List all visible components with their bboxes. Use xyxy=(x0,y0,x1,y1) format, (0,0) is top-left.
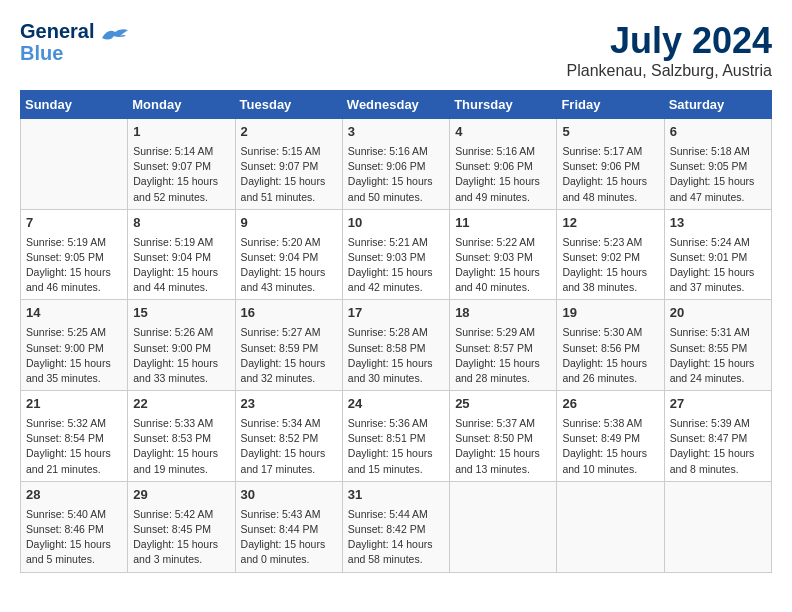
day-number: 7 xyxy=(26,214,122,233)
calendar-cell: 15Sunrise: 5:26 AMSunset: 9:00 PMDayligh… xyxy=(128,300,235,391)
calendar-cell: 24Sunrise: 5:36 AMSunset: 8:51 PMDayligh… xyxy=(342,391,449,482)
page-header: General Blue July 2024 Plankenau, Salzbu… xyxy=(20,20,772,80)
calendar-cell: 28Sunrise: 5:40 AMSunset: 8:46 PMDayligh… xyxy=(21,481,128,572)
calendar-table: SundayMondayTuesdayWednesdayThursdayFrid… xyxy=(20,90,772,573)
calendar-week-row: 7Sunrise: 5:19 AMSunset: 9:05 PMDaylight… xyxy=(21,209,772,300)
calendar-cell: 21Sunrise: 5:32 AMSunset: 8:54 PMDayligh… xyxy=(21,391,128,482)
day-number: 10 xyxy=(348,214,444,233)
day-number: 9 xyxy=(241,214,337,233)
cell-content: Sunrise: 5:29 AMSunset: 8:57 PMDaylight:… xyxy=(455,325,551,386)
day-number: 31 xyxy=(348,486,444,505)
calendar-cell: 14Sunrise: 5:25 AMSunset: 9:00 PMDayligh… xyxy=(21,300,128,391)
calendar-cell: 29Sunrise: 5:42 AMSunset: 8:45 PMDayligh… xyxy=(128,481,235,572)
day-number: 25 xyxy=(455,395,551,414)
calendar-week-row: 28Sunrise: 5:40 AMSunset: 8:46 PMDayligh… xyxy=(21,481,772,572)
calendar-cell: 19Sunrise: 5:30 AMSunset: 8:56 PMDayligh… xyxy=(557,300,664,391)
day-number: 5 xyxy=(562,123,658,142)
cell-content: Sunrise: 5:42 AMSunset: 8:45 PMDaylight:… xyxy=(133,507,229,568)
calendar-cell: 9Sunrise: 5:20 AMSunset: 9:04 PMDaylight… xyxy=(235,209,342,300)
calendar-cell xyxy=(557,481,664,572)
cell-content: Sunrise: 5:38 AMSunset: 8:49 PMDaylight:… xyxy=(562,416,658,477)
day-number: 2 xyxy=(241,123,337,142)
calendar-cell: 11Sunrise: 5:22 AMSunset: 9:03 PMDayligh… xyxy=(450,209,557,300)
cell-content: Sunrise: 5:16 AMSunset: 9:06 PMDaylight:… xyxy=(455,144,551,205)
month-title: July 2024 xyxy=(567,20,772,62)
day-number: 12 xyxy=(562,214,658,233)
column-header-saturday: Saturday xyxy=(664,91,771,119)
cell-content: Sunrise: 5:22 AMSunset: 9:03 PMDaylight:… xyxy=(455,235,551,296)
calendar-week-row: 14Sunrise: 5:25 AMSunset: 9:00 PMDayligh… xyxy=(21,300,772,391)
calendar-week-row: 21Sunrise: 5:32 AMSunset: 8:54 PMDayligh… xyxy=(21,391,772,482)
calendar-cell: 20Sunrise: 5:31 AMSunset: 8:55 PMDayligh… xyxy=(664,300,771,391)
calendar-cell: 22Sunrise: 5:33 AMSunset: 8:53 PMDayligh… xyxy=(128,391,235,482)
logo: General Blue xyxy=(20,20,130,64)
calendar-cell: 2Sunrise: 5:15 AMSunset: 9:07 PMDaylight… xyxy=(235,119,342,210)
column-header-thursday: Thursday xyxy=(450,91,557,119)
day-number: 22 xyxy=(133,395,229,414)
cell-content: Sunrise: 5:18 AMSunset: 9:05 PMDaylight:… xyxy=(670,144,766,205)
calendar-cell: 18Sunrise: 5:29 AMSunset: 8:57 PMDayligh… xyxy=(450,300,557,391)
cell-content: Sunrise: 5:37 AMSunset: 8:50 PMDaylight:… xyxy=(455,416,551,477)
calendar-cell: 27Sunrise: 5:39 AMSunset: 8:47 PMDayligh… xyxy=(664,391,771,482)
cell-content: Sunrise: 5:33 AMSunset: 8:53 PMDaylight:… xyxy=(133,416,229,477)
cell-content: Sunrise: 5:17 AMSunset: 9:06 PMDaylight:… xyxy=(562,144,658,205)
cell-content: Sunrise: 5:16 AMSunset: 9:06 PMDaylight:… xyxy=(348,144,444,205)
day-number: 6 xyxy=(670,123,766,142)
calendar-header-row: SundayMondayTuesdayWednesdayThursdayFrid… xyxy=(21,91,772,119)
day-number: 16 xyxy=(241,304,337,323)
cell-content: Sunrise: 5:32 AMSunset: 8:54 PMDaylight:… xyxy=(26,416,122,477)
calendar-cell: 10Sunrise: 5:21 AMSunset: 9:03 PMDayligh… xyxy=(342,209,449,300)
cell-content: Sunrise: 5:26 AMSunset: 9:00 PMDaylight:… xyxy=(133,325,229,386)
day-number: 1 xyxy=(133,123,229,142)
calendar-cell: 1Sunrise: 5:14 AMSunset: 9:07 PMDaylight… xyxy=(128,119,235,210)
column-header-monday: Monday xyxy=(128,91,235,119)
calendar-cell: 3Sunrise: 5:16 AMSunset: 9:06 PMDaylight… xyxy=(342,119,449,210)
day-number: 23 xyxy=(241,395,337,414)
column-header-tuesday: Tuesday xyxy=(235,91,342,119)
cell-content: Sunrise: 5:20 AMSunset: 9:04 PMDaylight:… xyxy=(241,235,337,296)
day-number: 14 xyxy=(26,304,122,323)
day-number: 26 xyxy=(562,395,658,414)
calendar-cell: 23Sunrise: 5:34 AMSunset: 8:52 PMDayligh… xyxy=(235,391,342,482)
day-number: 21 xyxy=(26,395,122,414)
day-number: 8 xyxy=(133,214,229,233)
cell-content: Sunrise: 5:36 AMSunset: 8:51 PMDaylight:… xyxy=(348,416,444,477)
calendar-cell xyxy=(664,481,771,572)
cell-content: Sunrise: 5:39 AMSunset: 8:47 PMDaylight:… xyxy=(670,416,766,477)
calendar-cell: 30Sunrise: 5:43 AMSunset: 8:44 PMDayligh… xyxy=(235,481,342,572)
calendar-cell: 12Sunrise: 5:23 AMSunset: 9:02 PMDayligh… xyxy=(557,209,664,300)
cell-content: Sunrise: 5:19 AMSunset: 9:05 PMDaylight:… xyxy=(26,235,122,296)
day-number: 18 xyxy=(455,304,551,323)
day-number: 27 xyxy=(670,395,766,414)
calendar-cell: 8Sunrise: 5:19 AMSunset: 9:04 PMDaylight… xyxy=(128,209,235,300)
calendar-cell: 25Sunrise: 5:37 AMSunset: 8:50 PMDayligh… xyxy=(450,391,557,482)
cell-content: Sunrise: 5:40 AMSunset: 8:46 PMDaylight:… xyxy=(26,507,122,568)
day-number: 4 xyxy=(455,123,551,142)
calendar-cell: 4Sunrise: 5:16 AMSunset: 9:06 PMDaylight… xyxy=(450,119,557,210)
day-number: 19 xyxy=(562,304,658,323)
cell-content: Sunrise: 5:34 AMSunset: 8:52 PMDaylight:… xyxy=(241,416,337,477)
day-number: 24 xyxy=(348,395,444,414)
cell-content: Sunrise: 5:15 AMSunset: 9:07 PMDaylight:… xyxy=(241,144,337,205)
logo-text: General Blue xyxy=(20,20,94,64)
cell-content: Sunrise: 5:25 AMSunset: 9:00 PMDaylight:… xyxy=(26,325,122,386)
cell-content: Sunrise: 5:24 AMSunset: 9:01 PMDaylight:… xyxy=(670,235,766,296)
column-header-wednesday: Wednesday xyxy=(342,91,449,119)
calendar-cell: 16Sunrise: 5:27 AMSunset: 8:59 PMDayligh… xyxy=(235,300,342,391)
cell-content: Sunrise: 5:44 AMSunset: 8:42 PMDaylight:… xyxy=(348,507,444,568)
cell-content: Sunrise: 5:27 AMSunset: 8:59 PMDaylight:… xyxy=(241,325,337,386)
cell-content: Sunrise: 5:23 AMSunset: 9:02 PMDaylight:… xyxy=(562,235,658,296)
day-number: 20 xyxy=(670,304,766,323)
calendar-cell xyxy=(450,481,557,572)
cell-content: Sunrise: 5:31 AMSunset: 8:55 PMDaylight:… xyxy=(670,325,766,386)
calendar-cell: 31Sunrise: 5:44 AMSunset: 8:42 PMDayligh… xyxy=(342,481,449,572)
cell-content: Sunrise: 5:14 AMSunset: 9:07 PMDaylight:… xyxy=(133,144,229,205)
calendar-cell: 13Sunrise: 5:24 AMSunset: 9:01 PMDayligh… xyxy=(664,209,771,300)
cell-content: Sunrise: 5:28 AMSunset: 8:58 PMDaylight:… xyxy=(348,325,444,386)
bird-icon xyxy=(100,26,130,50)
day-number: 13 xyxy=(670,214,766,233)
cell-content: Sunrise: 5:21 AMSunset: 9:03 PMDaylight:… xyxy=(348,235,444,296)
cell-content: Sunrise: 5:19 AMSunset: 9:04 PMDaylight:… xyxy=(133,235,229,296)
column-header-friday: Friday xyxy=(557,91,664,119)
day-number: 30 xyxy=(241,486,337,505)
